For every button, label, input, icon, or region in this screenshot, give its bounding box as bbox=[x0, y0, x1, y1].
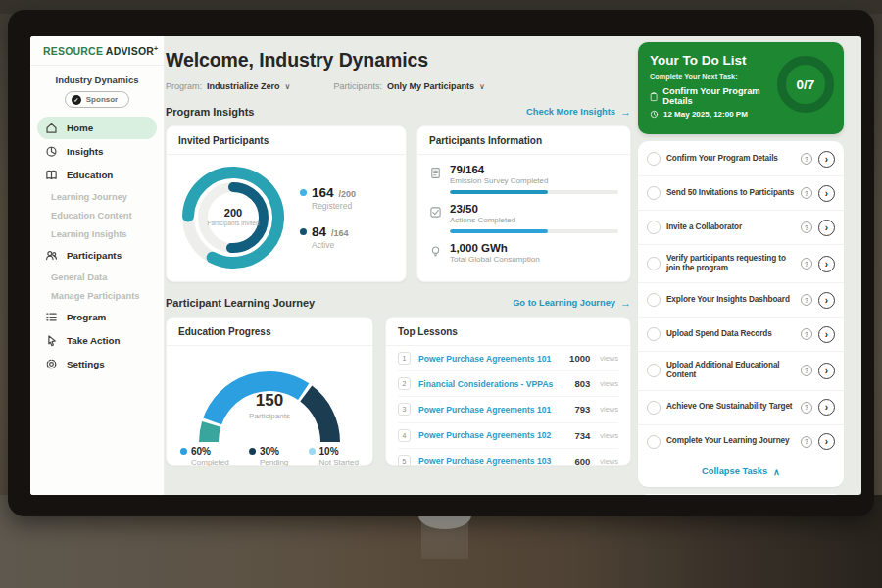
page-title: Welcome, Industry Dynamics bbox=[166, 49, 631, 72]
sidebar-item-take-action[interactable]: Take Action bbox=[37, 329, 157, 352]
lesson-row[interactable]: 2 Financial Considerations - VPPAs 803vi… bbox=[398, 371, 618, 397]
legend-label: Pending bbox=[260, 458, 288, 466]
task-open-button[interactable]: › bbox=[818, 220, 835, 236]
task-label: Explore Your Insights Dashboard bbox=[666, 295, 795, 306]
program-filter-dropdown[interactable]: Program: Industrialize Zero ∨ bbox=[166, 81, 290, 91]
lesson-views: 1000 bbox=[569, 353, 590, 364]
collapse-label: Collapse Tasks bbox=[702, 466, 767, 476]
task-checkbox[interactable] bbox=[647, 220, 661, 234]
task-checkbox[interactable] bbox=[647, 293, 661, 307]
lesson-rank: 1 bbox=[398, 352, 411, 365]
sidebar-item-education[interactable]: Education bbox=[37, 164, 157, 186]
help-icon[interactable]: ? bbox=[801, 153, 812, 165]
card-title: Education Progress bbox=[167, 318, 372, 346]
legend-dot bbox=[300, 189, 307, 196]
legend-active: 84/164 Active bbox=[300, 224, 356, 250]
sidebar-item-learning-insights[interactable]: Learning Insights bbox=[37, 224, 157, 243]
task-open-button[interactable]: › bbox=[818, 256, 835, 272]
sidebar-item-insights[interactable]: Insights bbox=[37, 140, 157, 163]
task-row[interactable]: Complete Your Learning Journey ? › bbox=[638, 425, 844, 459]
sidebar-item-program[interactable]: Program bbox=[37, 306, 157, 328]
lesson-row[interactable]: 1 Power Purchase Agreements 101 1000view… bbox=[398, 346, 618, 371]
list-icon bbox=[45, 311, 58, 323]
sidebar-item-label: Settings bbox=[67, 359, 105, 369]
sidebar-item-label: Take Action bbox=[67, 335, 120, 346]
task-row[interactable]: Verify participants requesting to join t… bbox=[638, 245, 844, 283]
task-row[interactable]: Achieve One Sustainability Target ? › bbox=[638, 391, 844, 425]
gauge-center-value: 150 bbox=[186, 391, 353, 411]
lesson-row[interactable]: 4 Power Purchase Agreements 102 734views bbox=[398, 423, 618, 449]
check-more-insights-link[interactable]: Check More Insights → bbox=[526, 106, 631, 118]
legend-pending: 30% Pending bbox=[249, 446, 288, 466]
task-row[interactable]: Confirm Your Program Details ? › bbox=[638, 142, 844, 176]
task-checkbox[interactable] bbox=[647, 401, 661, 415]
invited-participants-card: Invited Participants 200 Participants In… bbox=[166, 125, 407, 282]
lesson-rank: 3 bbox=[398, 403, 411, 416]
top-lessons-card: Top Lessons 1 Power Purchase Agreements … bbox=[385, 317, 631, 466]
screen: RESOURCE ADVISOR+ Industry Dynamics ✓ Sp… bbox=[30, 36, 861, 495]
donut-center-label: 200 Participants Invited bbox=[178, 163, 288, 272]
sponsor-label: Sponsor bbox=[86, 95, 118, 104]
gauge-center-label: 150 Participants bbox=[186, 391, 353, 420]
lesson-rank: 2 bbox=[398, 377, 411, 390]
task-checkbox[interactable] bbox=[647, 152, 661, 166]
go-to-learning-journey-link[interactable]: Go to Learning Journey → bbox=[513, 297, 631, 309]
task-open-button[interactable]: › bbox=[818, 363, 835, 379]
chevron-up-icon: ∧ bbox=[773, 466, 780, 477]
chevron-down-icon: ∨ bbox=[479, 82, 485, 91]
help-icon[interactable]: ? bbox=[801, 294, 812, 306]
lesson-link[interactable]: Financial Considerations - VPPAs bbox=[418, 379, 566, 389]
lesson-link[interactable]: Power Purchase Agreements 103 bbox=[418, 456, 566, 466]
lesson-link[interactable]: Power Purchase Agreements 101 bbox=[418, 354, 562, 364]
progress-bar bbox=[450, 190, 618, 194]
task-open-button[interactable]: › bbox=[818, 185, 835, 202]
task-open-button[interactable]: › bbox=[818, 433, 835, 450]
task-open-button[interactable]: › bbox=[818, 292, 835, 309]
donut-center-caption: Participants Invited bbox=[207, 220, 260, 227]
sidebar-item-home[interactable]: Home bbox=[37, 117, 157, 139]
task-checkbox[interactable] bbox=[647, 327, 661, 341]
sidebar-item-manage-participants[interactable]: Manage Participants bbox=[37, 286, 157, 305]
help-icon[interactable]: ? bbox=[801, 187, 812, 199]
task-row[interactable]: Invite a Collaborator ? › bbox=[638, 211, 844, 245]
task-row[interactable]: Explore Your Insights Dashboard ? › bbox=[638, 283, 844, 318]
sidebar-item-education-content[interactable]: Education Content bbox=[37, 206, 157, 224]
task-checkbox[interactable] bbox=[647, 435, 661, 449]
help-icon[interactable]: ? bbox=[801, 221, 812, 233]
todo-panel: Your To Do List Complete Your Next Task:… bbox=[638, 42, 844, 495]
task-row[interactable]: Send 50 Invitations to Participants ? › bbox=[638, 176, 844, 211]
task-open-button[interactable]: › bbox=[818, 399, 835, 416]
lesson-row[interactable]: 3 Power Purchase Agreements 101 793views bbox=[398, 397, 618, 422]
participants-information-card: Participants Information 79/164 Emission… bbox=[416, 125, 631, 282]
views-suffix: views bbox=[600, 431, 618, 440]
sidebar-item-participants[interactable]: Participants bbox=[37, 244, 157, 267]
help-icon[interactable]: ? bbox=[801, 402, 812, 414]
task-checkbox[interactable] bbox=[647, 364, 661, 377]
task-row[interactable]: Upload Additional Educational Content ? … bbox=[638, 352, 844, 390]
sidebar-item-learning-journey[interactable]: Learning Journey bbox=[37, 187, 157, 206]
lightbulb-icon bbox=[429, 244, 442, 257]
collapse-tasks-link[interactable]: Collapse Tasks ∧ bbox=[638, 459, 844, 486]
help-icon[interactable]: ? bbox=[801, 328, 812, 340]
help-icon[interactable]: ? bbox=[801, 258, 812, 270]
task-checkbox[interactable] bbox=[647, 257, 661, 270]
people-icon bbox=[45, 249, 58, 262]
legend-total: /200 bbox=[339, 189, 357, 199]
clock-icon bbox=[650, 110, 659, 119]
sidebar-item-settings[interactable]: Settings bbox=[37, 353, 157, 375]
main-content: Welcome, Industry Dynamics Program: Indu… bbox=[166, 36, 631, 495]
help-icon[interactable]: ? bbox=[801, 365, 812, 376]
lesson-row[interactable]: 5 Power Purchase Agreements 103 600views bbox=[398, 449, 618, 473]
task-open-button[interactable]: › bbox=[818, 326, 835, 343]
task-open-button[interactable]: › bbox=[818, 151, 835, 168]
todo-next-task-label: Confirm Your Program Details bbox=[662, 86, 782, 106]
participants-filter-dropdown[interactable]: Participants: Only My Participants ∨ bbox=[333, 81, 484, 91]
progress-fill bbox=[450, 229, 548, 233]
help-icon[interactable]: ? bbox=[801, 436, 812, 448]
task-row[interactable]: Upload Spend Data Records ? › bbox=[638, 318, 844, 352]
sidebar-item-general-data[interactable]: General Data bbox=[37, 268, 157, 286]
gauge-legend: 60% Completed 30% Pending 10% Not Starte… bbox=[167, 442, 372, 466]
task-checkbox[interactable] bbox=[647, 186, 661, 200]
lesson-link[interactable]: Power Purchase Agreements 102 bbox=[418, 430, 566, 440]
lesson-link[interactable]: Power Purchase Agreements 101 bbox=[418, 405, 566, 415]
